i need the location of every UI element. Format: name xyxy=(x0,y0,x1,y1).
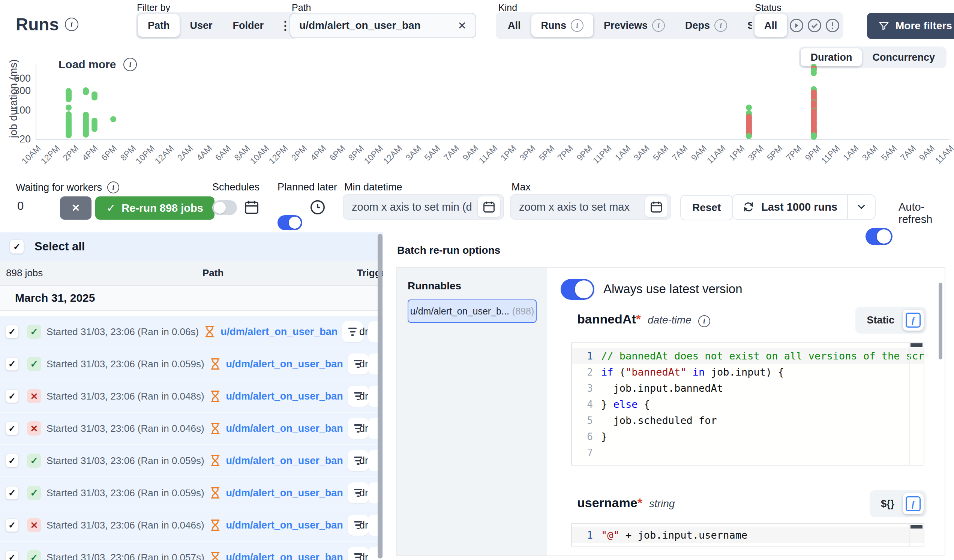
check-icon: ✓ xyxy=(106,202,115,215)
job-path-link[interactable]: u/dm/alert_on_user_ban xyxy=(226,487,343,499)
job-path-link[interactable]: u/dm/alert_on_user_ban xyxy=(226,423,343,434)
row-checkbox[interactable]: ✓ xyxy=(5,518,19,532)
list-header-row: 898 jobs Path Triggered by xyxy=(0,261,383,286)
x-axis-tick: 9AM xyxy=(917,143,937,163)
x-axis-tick: 6PM xyxy=(99,143,119,163)
min-datetime-placeholder: zoom x axis to set min (dr xyxy=(352,201,472,213)
scatter-point[interactable] xyxy=(811,134,817,140)
filter-tab-path[interactable]: Path xyxy=(138,14,179,37)
status-running-icon[interactable] xyxy=(788,17,805,34)
started-text: Started 31/03, 23:06 (Ran in 0.06s) xyxy=(47,326,199,338)
scatter-point[interactable] xyxy=(92,126,98,132)
kind-tab-all[interactable]: All xyxy=(498,14,531,37)
filter-tab-folder[interactable]: Folder xyxy=(223,14,274,37)
started-text: Started 31/03, 23:06 (Ran in 0.057s) xyxy=(47,552,204,560)
scatter-point[interactable] xyxy=(811,70,817,76)
status-failure-icon[interactable] xyxy=(824,17,841,34)
job-row[interactable]: ✓✓Started 31/03, 23:06 (Ran in 0.06s)u/d… xyxy=(0,316,383,348)
select-all-checkbox[interactable]: ✓ xyxy=(10,240,24,254)
max-calendar-button[interactable] xyxy=(645,196,667,218)
select-all-label: Select all xyxy=(34,240,85,254)
row-checkbox[interactable]: ✓ xyxy=(5,389,19,403)
row-checkbox[interactable]: ✓ xyxy=(5,551,19,560)
path-label: Path xyxy=(292,2,311,13)
job-path-link[interactable]: u/dm/alert_on_user_ban xyxy=(226,390,343,402)
always-latest-label: Always use latest version xyxy=(603,282,742,296)
x-axis-tick: 1PM xyxy=(499,143,519,163)
scatter-point[interactable] xyxy=(746,104,752,110)
job-row[interactable]: ✓✕Started 31/03, 23:06 (Ran in 0.046s)u/… xyxy=(0,413,383,445)
job-row[interactable]: ✓✕Started 31/03, 23:06 (Ran in 0.046s)u/… xyxy=(0,509,383,541)
date-separator-row: March 31, 2025 xyxy=(0,286,383,311)
min-datetime-label: Min datetime xyxy=(344,181,402,193)
status-tab-all[interactable]: All xyxy=(754,14,787,37)
cancel-selection-button[interactable]: ✕ xyxy=(60,196,92,220)
scatter-point[interactable] xyxy=(110,116,116,122)
row-checkbox[interactable]: ✓ xyxy=(5,486,19,500)
more-filters-button[interactable]: More filters xyxy=(867,13,954,39)
scatter-point[interactable] xyxy=(65,132,72,138)
scatter-point[interactable] xyxy=(65,96,72,102)
filter-tab-user[interactable]: User xyxy=(180,14,222,37)
row-checkbox[interactable]: ✓ xyxy=(5,325,19,339)
kind-tab-previews[interactable]: Previewsi xyxy=(594,14,675,37)
job-row[interactable]: ✓✓Started 31/03, 23:06 (Ran in 0.059s)u/… xyxy=(0,445,383,477)
runs-info-icon[interactable]: i xyxy=(65,18,78,31)
started-text: Started 31/03, 23:06 (Ran in 0.048s) xyxy=(47,390,204,402)
batch-panel-scrollbar[interactable] xyxy=(938,283,942,359)
job-row[interactable]: ✓✓Started 31/03, 23:06 (Ran in 0.059s)u/… xyxy=(0,477,383,509)
min-calendar-button[interactable] xyxy=(478,196,500,218)
job-path-link[interactable]: u/dm/alert_on_user_ban xyxy=(226,552,343,560)
javascript-editor-button[interactable]: f xyxy=(903,493,924,514)
last-runs-dropdown-button[interactable] xyxy=(848,195,875,219)
y-axis-tick: 600 xyxy=(8,73,31,84)
always-latest-toggle[interactable] xyxy=(561,279,594,300)
code-editor-bannedAt[interactable]: 1// bannedAt does not exist on all versi… xyxy=(571,342,924,465)
rerun-jobs-button[interactable]: ✓ Re-run 898 jobs xyxy=(95,196,215,220)
kind-tab-deps[interactable]: Depsi xyxy=(675,14,737,37)
clear-path-icon[interactable]: ✕ xyxy=(458,20,466,32)
scatter-point[interactable] xyxy=(83,89,89,95)
scatter-point[interactable] xyxy=(65,104,72,110)
javascript-editor-button[interactable]: f xyxy=(903,310,924,331)
code-editor-username[interactable]: 1"@" + job.input.username xyxy=(571,523,924,546)
scatter-point[interactable] xyxy=(92,95,98,100)
scatter-point[interactable] xyxy=(746,133,752,139)
auto-refresh-toggle[interactable] xyxy=(865,228,893,245)
mode-template-tab[interactable]: ${} xyxy=(873,498,903,510)
path-input[interactable]: u/dm/alert_on_user_ban ✕ xyxy=(290,13,476,38)
field-bannedAt-heading: bannedAt* date-time i xyxy=(577,312,710,327)
info-icon: i xyxy=(107,181,119,193)
job-path-link[interactable]: u/dm/alert_on_user_ban xyxy=(220,326,338,338)
field-username-mode-segmented: ${} f xyxy=(870,490,927,517)
job-path-link[interactable]: u/dm/alert_on_user_ban xyxy=(226,358,343,370)
job-row[interactable]: ✓✓Started 31/03, 23:06 (Ran in 0.057s)u/… xyxy=(0,541,383,560)
hourglass-icon xyxy=(209,390,221,403)
max-datetime-label: Max xyxy=(511,181,531,193)
min-datetime-input[interactable]: zoom x axis to set min (dr xyxy=(343,194,504,220)
job-path-link[interactable]: u/dm/alert_on_user_ban xyxy=(226,455,343,467)
mode-static-tab[interactable]: Static xyxy=(858,314,903,326)
reset-button[interactable]: Reset xyxy=(680,195,733,220)
field-username-heading: username* string xyxy=(577,496,675,510)
runnable-item[interactable]: u/dm/alert_on_user_b... (898) xyxy=(408,300,537,323)
kind-label: Kind xyxy=(498,2,517,13)
kind-tab-runs[interactable]: Runsi xyxy=(532,14,594,37)
status-success-icon[interactable] xyxy=(806,17,823,34)
row-checkbox[interactable]: ✓ xyxy=(5,357,19,371)
planned-later-toggle[interactable] xyxy=(277,215,302,230)
row-checkbox[interactable]: ✓ xyxy=(5,454,19,467)
last-runs-button[interactable]: Last 1000 runs xyxy=(733,195,847,219)
x-axis-tick: 12PM xyxy=(39,143,62,166)
job-row[interactable]: ✓✓Started 31/03, 23:06 (Ran in 0.059s)u/… xyxy=(0,348,383,380)
x-axis-tick: 4PM xyxy=(308,143,328,163)
x-axis-tick: 4AM xyxy=(194,143,214,163)
row-checkbox[interactable]: ✓ xyxy=(5,422,19,435)
scatter-point[interactable] xyxy=(83,132,89,138)
schedules-toggle[interactable] xyxy=(212,200,237,215)
x-axis-tick: 6PM xyxy=(327,143,347,163)
max-datetime-input[interactable]: zoom x axis to set max xyxy=(510,194,671,220)
job-list-scrollbar[interactable] xyxy=(378,234,382,558)
job-path-link[interactable]: u/dm/alert_on_user_ban xyxy=(226,520,343,531)
job-row[interactable]: ✓✕Started 31/03, 23:06 (Ran in 0.048s)u/… xyxy=(0,380,383,413)
